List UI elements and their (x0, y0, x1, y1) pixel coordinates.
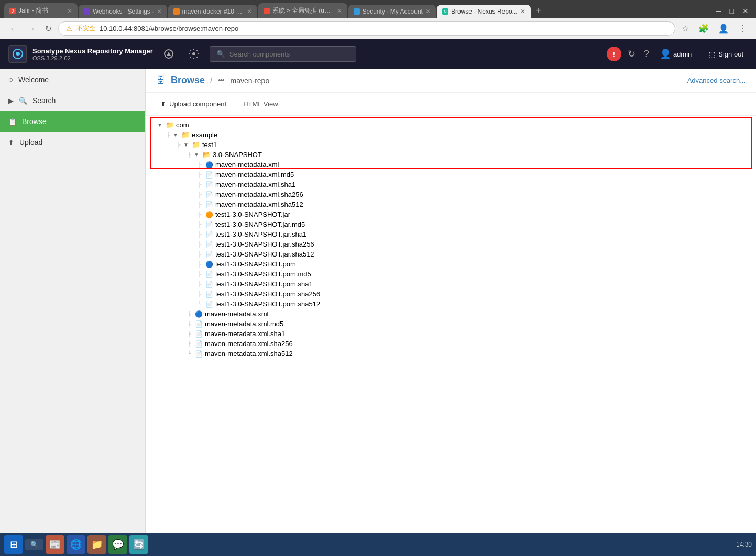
f5-connector: ├ (196, 202, 203, 207)
taskbar-app-1[interactable]: 📰 (46, 535, 64, 554)
bookmark-button[interactable]: ☆ (678, 23, 692, 35)
alert-icon[interactable]: ! (607, 47, 621, 61)
sidebar-item-search[interactable]: ▶ 🔍 Search (0, 90, 145, 111)
extensions-button[interactable]: 🧩 (695, 23, 712, 35)
sidebar-item-browse[interactable]: 📋 Browse (0, 111, 145, 132)
f2-label: maven-metadata.xml.md5 (215, 171, 294, 179)
tab-2-close[interactable]: ✕ (157, 8, 162, 15)
help-button[interactable]: ? (642, 47, 651, 62)
advanced-search-link[interactable]: Advanced search... (687, 76, 746, 84)
tree-node-com[interactable]: ▼ 📁 com (154, 120, 748, 130)
f7-icon: 📄 (205, 221, 213, 228)
user-section[interactable]: 👤 admin (655, 46, 696, 62)
tree-node-f10[interactable]: ├ 📄 test1-3.0-SNAPSHOT.jar.sha512 (154, 249, 748, 259)
f1-connector: ├ (196, 162, 203, 168)
tab-4-close[interactable]: ✕ (337, 7, 342, 15)
search-input[interactable] (229, 50, 349, 58)
address-url: 10.10.0.44:8081/#browse/browse:maven-rep… (100, 25, 667, 32)
tab-3-title: maven-docker #10 Co... (182, 8, 244, 15)
browser-toolbar: ← → ↻ ⚠ 不安全 10.10.0.44:8081/#browse/brow… (0, 18, 756, 39)
minimize-button[interactable]: ─ (713, 6, 725, 16)
upload-icon: ⬆ (160, 100, 166, 108)
upload-component-button[interactable]: ⬆ Upload component (156, 98, 231, 110)
upload-component-label: Upload component (169, 100, 226, 108)
tab-4-title: 系统 » 全局凭据 (unres... (272, 6, 334, 15)
tree-node-f1[interactable]: ├ 🔵 maven-metadata.xml (154, 160, 748, 170)
new-tab-button[interactable]: + (532, 3, 546, 18)
tree-node-f14[interactable]: ├ 📄 test1-3.0-SNAPSHOT.pom.sha256 (154, 289, 748, 299)
tree-node-f11[interactable]: ├ 🔵 test1-3.0-SNAPSHOT.pom (154, 259, 748, 269)
address-bar[interactable]: ⚠ 不安全 10.10.0.44:8081/#browse/browse:mav… (58, 21, 675, 36)
tree-node-f3[interactable]: ├ 📄 maven-metadata.xml.sha1 (154, 180, 748, 190)
reload-button[interactable]: ↻ (42, 23, 55, 35)
taskbar-start[interactable]: ⊞ (4, 535, 23, 554)
tree-node-f9[interactable]: ├ 📄 test1-3.0-SNAPSHOT.jar.sha256 (154, 239, 748, 249)
taskbar-app-2[interactable]: 🌐 (67, 535, 85, 554)
tab-5-close[interactable]: ✕ (425, 8, 431, 15)
tree-node-f15[interactable]: └ 📄 test1-3.0-SNAPSHOT.pom.sha512 (154, 299, 748, 309)
tree-node-f12[interactable]: ├ 📄 test1-3.0-SNAPSHOT.pom.md5 (154, 269, 748, 279)
f17-connector: ├ (185, 321, 193, 327)
tree-node-f7[interactable]: ├ 📄 test1-3.0-SNAPSHOT.jar.md5 (154, 219, 748, 229)
refresh-button[interactable]: ↻ (626, 46, 638, 62)
test1-toggle: ▼ (182, 142, 190, 148)
f15-connector: └ (196, 301, 203, 307)
tab-1-title: Jafir - 简书 (18, 6, 64, 15)
taskbar-app-4[interactable]: 💬 (108, 535, 127, 554)
tree-node-f17[interactable]: ├ 📄 maven-metadata.xml.md5 (154, 319, 748, 329)
tree-node-f20[interactable]: └ 📄 maven-metadata.xml.sha512 (154, 349, 748, 359)
f12-connector: ├ (196, 271, 203, 277)
f20-connector: └ (185, 351, 193, 357)
tree-node-example[interactable]: ├ ▼ 📁 example (154, 130, 748, 140)
tab-5-favicon (354, 8, 360, 15)
taskbar-search-btn[interactable]: 🔍 (25, 539, 43, 550)
tree-node-test1[interactable]: ├ ▼ 📁 test1 (154, 140, 748, 150)
com-toggle: ▼ (156, 122, 163, 128)
tab-3-favicon (173, 8, 180, 15)
menu-button[interactable]: ⋮ (735, 23, 750, 35)
f8-label: test1-3.0-SNAPSHOT.jar.sha1 (215, 230, 306, 238)
tab-6-active[interactable]: N Browse - Nexus Repo... ✕ (437, 5, 531, 18)
forward-button[interactable]: → (24, 23, 39, 35)
svg-point-1 (16, 52, 20, 56)
settings-icon[interactable] (184, 45, 203, 63)
tab-2[interactable]: Webhooks · Settings · ✕ (79, 5, 167, 18)
back-button[interactable]: ← (6, 23, 21, 35)
tree-node-f4[interactable]: ├ 📄 maven-metadata.xml.sha256 (154, 190, 748, 199)
tree-node-f5[interactable]: ├ 📄 maven-metadata.xml.sha512 (154, 199, 748, 209)
tree-node-f6[interactable]: ├ 🟠 test1-3.0-SNAPSHOT.jar (154, 209, 748, 219)
tab-4-favicon (264, 8, 270, 14)
tree-node-f2[interactable]: ├ 📄 maven-metadata.xml.md5 (154, 170, 748, 180)
f5-icon: 📄 (205, 201, 213, 208)
tab-3[interactable]: maven-docker #10 Co... ✕ (168, 5, 257, 18)
f11-connector: ├ (196, 261, 203, 267)
tab-3-close[interactable]: ✕ (247, 8, 252, 15)
profile-button[interactable]: 👤 (715, 23, 732, 35)
html-view-link[interactable]: HTML View (239, 98, 282, 110)
com-folder-icon: 📁 (166, 121, 174, 129)
tree-node-f19[interactable]: ├ 📄 maven-metadata.xml.sha256 (154, 339, 748, 349)
taskbar-app-3[interactable]: 📁 (87, 535, 106, 554)
nav-browse-icon[interactable] (159, 45, 178, 63)
upload-nav-icon: ⬆ (8, 139, 14, 147)
tab-5[interactable]: Security · My Account ✕ (348, 5, 436, 18)
tab-1-close[interactable]: ✕ (67, 7, 72, 15)
f16-label: maven-metadata.xml (205, 310, 268, 318)
tab-1[interactable]: J Jafir - 简书 ✕ (4, 3, 78, 18)
app-container: Sonatype Nexus Repository Manager OSS 3.… (0, 39, 756, 553)
maximize-button[interactable]: □ (727, 6, 737, 16)
tree-node-f16[interactable]: ├ 🔵 maven-metadata.xml (154, 309, 748, 319)
tree-node-f8[interactable]: ├ 📄 test1-3.0-SNAPSHOT.jar.sha1 (154, 229, 748, 239)
tab-6-close[interactable]: ✕ (520, 8, 525, 15)
tree-node-f18[interactable]: ├ 📄 maven-metadata.xml.sha1 (154, 329, 748, 339)
close-button[interactable]: ✕ (739, 6, 752, 16)
sidebar-item-upload[interactable]: ⬆ Upload (0, 132, 145, 153)
snapshot-connector: ├ (185, 152, 193, 158)
sign-out-button[interactable]: ⬚ Sign out (705, 47, 748, 61)
sidebar-item-welcome[interactable]: ○ Welcome (0, 69, 145, 90)
tab-4[interactable]: 系统 » 全局凭据 (unres... ✕ (258, 3, 347, 18)
tree-node-f13[interactable]: ├ 📄 test1-3.0-SNAPSHOT.pom.sha1 (154, 279, 748, 289)
search-bar[interactable]: 🔍 (210, 46, 356, 62)
taskbar-app-5[interactable]: 🔄 (129, 535, 148, 554)
tree-node-snapshot[interactable]: ├ ▼ 📂 3.0-SNAPSHOT (154, 150, 748, 160)
